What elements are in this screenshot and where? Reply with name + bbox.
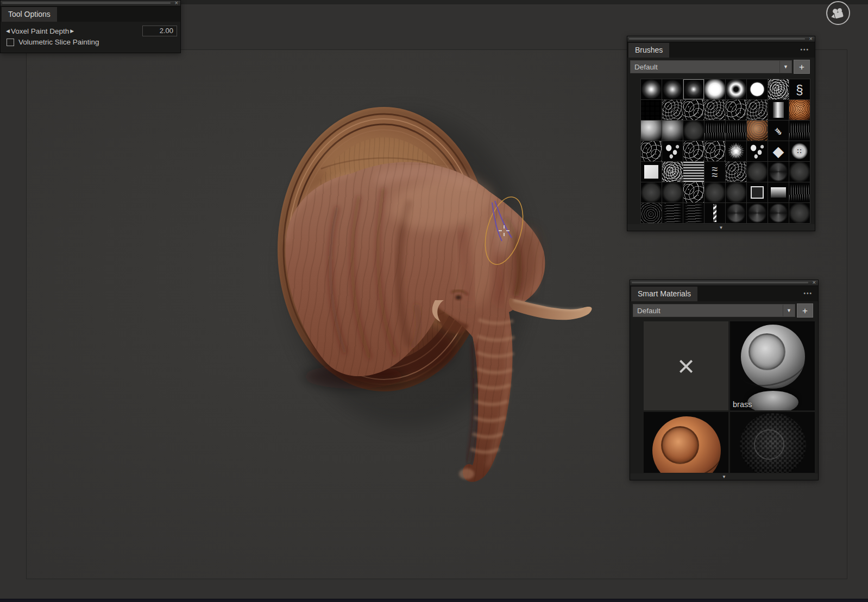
brush-item-faint[interactable] xyxy=(726,182,746,202)
close-icon[interactable]: × xyxy=(813,279,816,286)
brush-item-noise2[interactable] xyxy=(662,100,683,120)
panel-titlebar[interactable]: × xyxy=(630,280,818,286)
tab-row: Tool Options xyxy=(1,7,180,22)
brush-item-speckball[interactable] xyxy=(747,121,768,141)
brush-item-faint[interactable] xyxy=(662,182,683,202)
material-grid: ×brass xyxy=(644,321,815,473)
panel-menu-icon[interactable]: ••• xyxy=(803,290,813,296)
close-icon[interactable]: × xyxy=(809,35,813,42)
tab-tool-options[interactable]: Tool Options xyxy=(2,7,57,22)
increment-arrow-icon[interactable]: ▶ xyxy=(70,28,74,34)
brush-item-waves[interactable] xyxy=(705,162,725,182)
tab-row: Brushes ••• xyxy=(627,42,815,58)
chevron-down-icon[interactable]: ▼ xyxy=(783,305,795,316)
add-brush-button[interactable]: + xyxy=(794,60,810,74)
scroll-down-button[interactable]: ▼ xyxy=(630,473,818,480)
brush-item-soft3[interactable] xyxy=(683,79,704,99)
brush-item-drips[interactable] xyxy=(789,121,810,141)
brush-item-squiggle[interactable] xyxy=(789,79,810,99)
brush-item-drips[interactable] xyxy=(726,121,746,141)
close-icon[interactable]: × xyxy=(175,0,178,7)
brush-item-diamond[interactable] xyxy=(768,141,789,161)
chevron-down-icon[interactable]: ▼ xyxy=(779,61,791,73)
brush-item-pole[interactable] xyxy=(705,203,725,223)
brush-item-sparse[interactable] xyxy=(683,100,704,120)
material-brass[interactable]: brass xyxy=(730,321,815,410)
brush-item-cyl[interactable] xyxy=(768,100,789,120)
material-copper[interactable] xyxy=(644,412,728,473)
brush-item-noise2[interactable] xyxy=(726,162,746,182)
panel-titlebar[interactable]: × xyxy=(1,1,180,7)
brush-item-hard[interactable] xyxy=(747,79,768,99)
tool-options-panel: × Tool Options ◀ Voxel Paint Depth ▶ 2.0… xyxy=(0,0,181,53)
brush-item-hscratch[interactable] xyxy=(662,203,683,223)
brush-item-faint[interactable] xyxy=(789,162,810,182)
brush-item-sparse[interactable] xyxy=(726,100,746,120)
brush-item-cubes[interactable] xyxy=(641,100,662,120)
brush-item-blobs[interactable] xyxy=(747,141,768,161)
brush-item-scrib[interactable] xyxy=(641,203,662,223)
brush-item-swirl[interactable] xyxy=(768,162,789,182)
panel-titlebar[interactable]: × xyxy=(627,36,815,42)
add-material-button[interactable]: + xyxy=(797,303,813,318)
voxel-paint-depth-label: Voxel Paint Depth xyxy=(11,27,69,35)
scroll-down-button[interactable]: ▼ xyxy=(627,224,815,231)
brush-item-noise2[interactable] xyxy=(705,100,725,120)
brush-item-square[interactable] xyxy=(641,162,662,182)
brush-item-noise2[interactable] xyxy=(747,100,768,120)
brush-item-soft[interactable] xyxy=(641,79,662,99)
brush-grid xyxy=(640,79,810,224)
brush-item-burst[interactable] xyxy=(726,141,746,161)
material-label: brass xyxy=(733,400,752,409)
brush-item-soft2[interactable] xyxy=(662,79,683,99)
tab-smart-materials[interactable]: Smart Materials xyxy=(631,287,697,301)
brush-item-faint[interactable] xyxy=(683,121,704,141)
brush-item-sparse[interactable] xyxy=(705,141,725,161)
brush-item-faint[interactable] xyxy=(789,203,810,223)
brush-item-squarehollow[interactable] xyxy=(747,182,768,202)
brush-item-noise[interactable] xyxy=(662,162,683,182)
brush-item-knit[interactable] xyxy=(683,162,704,182)
brush-item-swirl[interactable] xyxy=(768,203,789,223)
brush-item-noise[interactable] xyxy=(768,79,789,99)
brush-item-hscratch[interactable] xyxy=(683,203,704,223)
scroll-down-icon: ▼ xyxy=(722,474,726,479)
clear-material-icon: × xyxy=(677,351,695,381)
brushes-panel: × Brushes ••• Default ▼ + ▼ xyxy=(627,36,815,231)
checkbox-icon[interactable] xyxy=(7,39,14,46)
brush-item-orangeball[interactable] xyxy=(789,100,810,120)
brush-item-faint[interactable] xyxy=(705,182,725,202)
brush-item-chevrons[interactable] xyxy=(768,121,789,141)
voxel-paint-depth-value[interactable]: 2.00 xyxy=(142,26,177,36)
silver-material-pedestal xyxy=(747,391,798,410)
mesh-material-cap xyxy=(754,429,784,460)
brush-item-ring[interactable] xyxy=(726,79,746,99)
camera-button[interactable] xyxy=(826,1,850,25)
material-mesh[interactable] xyxy=(730,412,815,473)
brush-item-sparse[interactable] xyxy=(683,182,704,202)
brush-item-faint[interactable] xyxy=(747,162,768,182)
material-set-dropdown[interactable]: Default ▼ xyxy=(633,304,795,317)
brush-item-swirl[interactable] xyxy=(726,203,746,223)
brush-item-blobs[interactable] xyxy=(662,141,683,161)
brush-item-drips[interactable] xyxy=(705,121,725,141)
brush-item-drips[interactable] xyxy=(789,182,810,202)
scroll-down-icon: ▼ xyxy=(719,225,724,230)
brush-item-rock[interactable] xyxy=(641,121,662,141)
volumetric-slice-painting-row[interactable]: Volumetric Slice Painting xyxy=(5,38,177,46)
tab-brushes[interactable]: Brushes xyxy=(628,43,669,58)
clear-material[interactable]: × xyxy=(644,321,728,410)
brush-set-dropdown[interactable]: Default ▼ xyxy=(630,60,792,73)
panel-menu-icon[interactable]: ••• xyxy=(800,47,809,53)
brush-item-sparse[interactable] xyxy=(641,141,662,161)
brush-item-button[interactable] xyxy=(789,141,810,161)
decrement-arrow-icon[interactable]: ◀ xyxy=(6,28,10,34)
brush-item-sparse[interactable] xyxy=(683,141,704,161)
brush-item-rock2[interactable] xyxy=(662,121,683,141)
voxel-paint-depth-slider[interactable]: ◀ Voxel Paint Depth ▶ 2.00 xyxy=(5,26,177,36)
brush-item-bigsoft[interactable] xyxy=(705,79,725,99)
brush-item-swirl[interactable] xyxy=(747,203,768,223)
brush-item-faint[interactable] xyxy=(641,182,662,202)
material-set-value: Default xyxy=(637,307,661,315)
brush-item-gradbar[interactable] xyxy=(768,182,789,202)
